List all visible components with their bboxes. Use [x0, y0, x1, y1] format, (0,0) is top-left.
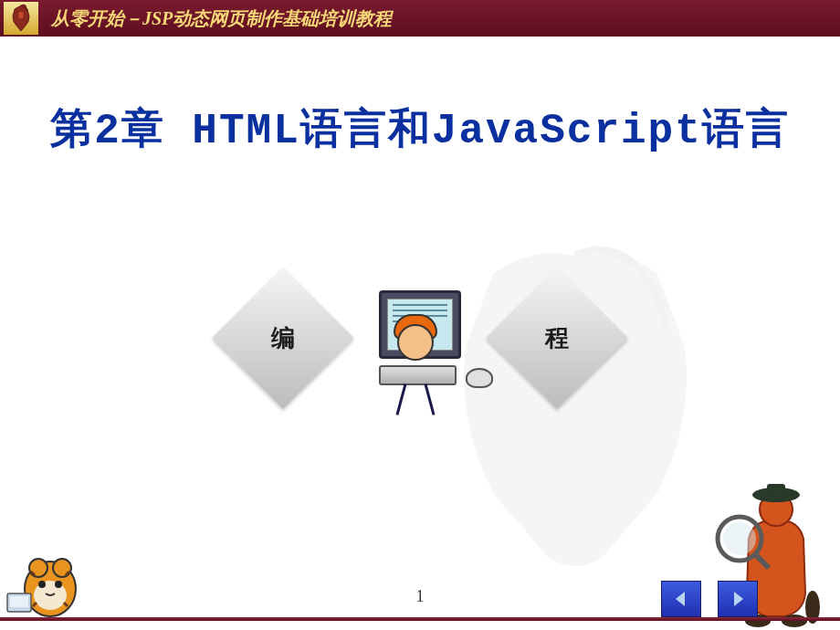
bottom-divider [0, 617, 840, 621]
arrow-left-icon [670, 588, 692, 610]
arrow-right-icon [727, 588, 749, 610]
chapter-title: 第2章 HTML语言和JavaScript语言 [0, 100, 840, 157]
diamond-right-text: 程 [545, 322, 569, 354]
prev-button[interactable] [661, 581, 701, 617]
next-button[interactable] [718, 581, 758, 617]
svg-rect-10 [767, 484, 785, 497]
programmer-illustration [342, 265, 498, 411]
nav-buttons [661, 581, 758, 617]
svg-point-12 [723, 522, 756, 555]
mouse-icon [466, 368, 493, 388]
page-number: 1 [416, 587, 425, 606]
header-title: 从零开始－JSP动态网页制作基础培训教程 [51, 6, 392, 31]
spartan-logo-icon [4, 2, 38, 35]
diamond-left: 编 [212, 267, 354, 409]
person-head [397, 324, 434, 361]
diamond-left-text: 编 [271, 322, 295, 354]
tiger-mascot-icon [0, 539, 91, 630]
diamond-right: 程 [486, 267, 628, 409]
chair-icon [393, 379, 438, 415]
center-illustration: 编 程 [233, 265, 607, 411]
header-bar: 从零开始－JSP动态网页制作基础培训教程 [0, 0, 840, 37]
svg-point-4 [38, 581, 46, 588]
svg-point-5 [55, 581, 62, 588]
svg-rect-7 [10, 596, 28, 607]
